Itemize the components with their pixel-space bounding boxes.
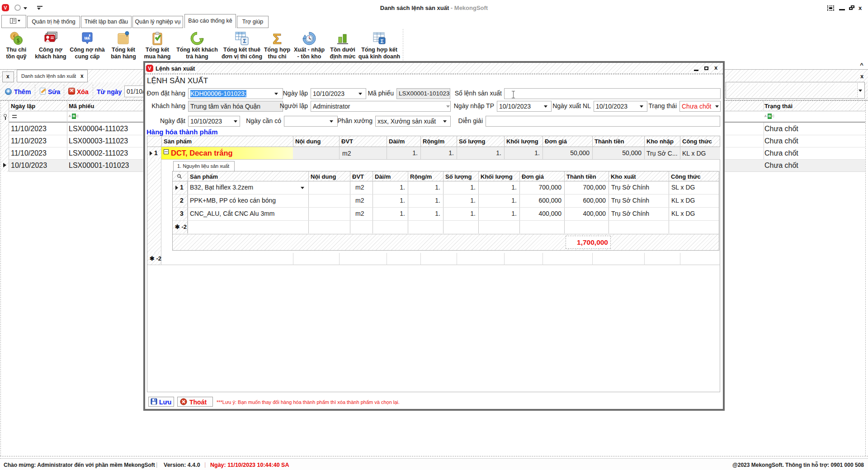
svg-text:$: $: [17, 38, 20, 44]
svg-text:Σ: Σ: [381, 38, 384, 44]
svg-text:Σ: Σ: [243, 38, 246, 44]
svg-text:Σ: Σ: [273, 31, 281, 46]
